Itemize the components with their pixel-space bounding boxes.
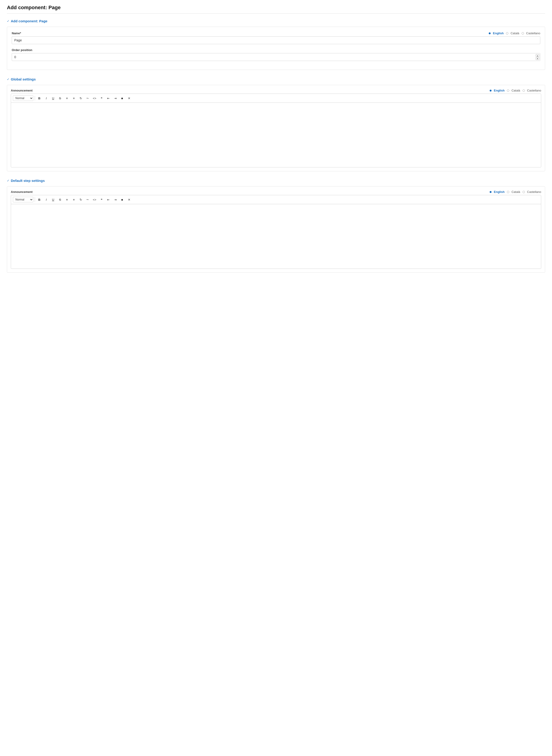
default-step-blockquote-button[interactable]: ❝ (99, 196, 105, 202)
order-position-spinners: ▲ ▼ (536, 54, 539, 60)
image-button[interactable]: ■ (119, 95, 125, 101)
default-step-announcement-editor: Normal Heading 1 Heading 2 Heading 3 B I… (11, 195, 541, 269)
spinner-down-button[interactable]: ▼ (536, 57, 539, 60)
unordered-list-button[interactable]: ≡ (71, 95, 77, 101)
chevron-down-icon: ✓ (7, 19, 9, 23)
default-step-content: Announcement English Català Castellano N… (7, 186, 545, 273)
name-input[interactable] (12, 36, 540, 44)
add-component-section: ✓ Add component: Page Name* English Cata… (7, 19, 545, 70)
lang-castellano-name[interactable]: Castellano (526, 31, 540, 35)
add-component-form: Name* English Català Castellano Order po… (7, 27, 545, 70)
name-field-header: Name* English Català Castellano (12, 31, 540, 35)
global-castellano-radio-icon (523, 90, 525, 92)
castellano-radio-icon (522, 32, 524, 34)
title-divider (7, 13, 545, 14)
global-settings-chevron-icon: ✓ (7, 78, 9, 81)
global-lang-english[interactable]: English (494, 89, 505, 92)
default-step-lang-castellano[interactable]: Castellano (527, 190, 541, 194)
global-settings-section-title[interactable]: Global settings (11, 77, 36, 81)
order-position-label: Order position (12, 48, 32, 52)
bold-button[interactable]: B (36, 95, 42, 101)
toolbar-divider-1 (35, 96, 35, 101)
global-announcement-lang-selector: English Català Castellano (490, 89, 541, 92)
global-lang-catala[interactable]: Català (512, 89, 520, 92)
order-position-input-wrapper: ▲ ▼ (12, 53, 540, 61)
default-step-announcement-lang-selector: English Català Castellano (490, 190, 541, 194)
global-announcement-toolbar: Normal Heading 1 Heading 2 Heading 3 B I… (11, 94, 541, 103)
add-component-section-title[interactable]: Add component: Page (11, 19, 47, 23)
code-button[interactable]: <> (92, 95, 98, 101)
indent-button[interactable]: ⇥ (112, 95, 118, 101)
default-step-lang-english[interactable]: English (494, 190, 505, 194)
order-position-input[interactable] (12, 53, 540, 61)
default-step-chevron-icon: ✓ (7, 179, 9, 182)
catala-radio-icon (506, 32, 508, 34)
english-dot-icon (489, 32, 491, 34)
default-step-announcement-label: Announcement (11, 190, 33, 194)
default-step-unlink-button[interactable]: ↼ (85, 196, 91, 202)
blockquote-button[interactable]: ❝ (99, 95, 105, 101)
default-step-format-select[interactable]: Normal Heading 1 Heading 2 Heading 3 (13, 197, 33, 202)
default-step-bold-button[interactable]: B (36, 196, 42, 202)
underline-button[interactable]: U (50, 95, 56, 101)
default-step-announcement-field-header: Announcement English Català Castellano (11, 190, 541, 194)
spinner-up-button[interactable]: ▲ (536, 54, 539, 57)
add-component-section-header[interactable]: ✓ Add component: Page (7, 19, 545, 23)
lang-english-name[interactable]: English (493, 31, 504, 35)
default-step-announcement-toolbar: Normal Heading 1 Heading 2 Heading 3 B I… (11, 195, 541, 204)
default-step-code-button[interactable]: <> (92, 196, 98, 202)
default-step-castellano-radio-icon (523, 191, 525, 193)
remove-format-button[interactable]: ✕ (126, 95, 132, 101)
default-step-image-button[interactable]: ■ (119, 196, 125, 202)
link-button[interactable]: ↻ (78, 95, 84, 101)
default-step-underline-button[interactable]: U (50, 196, 56, 202)
global-lang-castellano[interactable]: Castellano (527, 89, 541, 92)
ordered-list-button[interactable]: ≡ (64, 95, 70, 101)
default-step-announcement-editor-body[interactable] (11, 204, 541, 269)
default-step-unordered-list-button[interactable]: ≡ (71, 196, 77, 202)
global-settings-section: ✓ Global settings Announcement English C… (7, 77, 545, 171)
default-step-announcement-field-group: Announcement English Català Castellano N… (11, 190, 541, 269)
default-step-lang-catala[interactable]: Català (512, 190, 520, 194)
global-announcement-editor-body[interactable] (11, 103, 541, 167)
default-step-italic-button[interactable]: I (43, 196, 49, 202)
outdent-button[interactable]: ⇤ (105, 95, 111, 101)
default-step-ordered-list-button[interactable]: ≡ (64, 196, 70, 202)
default-step-section-header[interactable]: ✓ Default step settings (7, 179, 545, 182)
strikethrough-button[interactable]: S (57, 95, 63, 101)
default-step-remove-format-button[interactable]: ✕ (126, 196, 132, 202)
global-announcement-field-group: Announcement English Català Castellano N… (11, 89, 541, 167)
default-step-section: ✓ Default step settings Announcement Eng… (7, 179, 545, 273)
default-step-strikethrough-button[interactable]: S (57, 196, 63, 202)
unlink-button[interactable]: ↼ (85, 95, 91, 101)
global-settings-content: Announcement English Català Castellano N… (7, 85, 545, 171)
order-position-field-header: Order position (12, 48, 540, 52)
global-announcement-editor: Normal Heading 1 Heading 2 Heading 3 B I… (11, 94, 541, 167)
lang-catala-name[interactable]: Català (511, 31, 519, 35)
default-step-toolbar-divider-1 (35, 197, 35, 202)
italic-button[interactable]: I (43, 95, 49, 101)
global-announcement-label: Announcement (11, 89, 33, 92)
global-format-select[interactable]: Normal Heading 1 Heading 2 Heading 3 (13, 96, 33, 101)
page-title: Add component: Page (7, 5, 545, 11)
global-settings-section-header[interactable]: ✓ Global settings (7, 77, 545, 81)
default-step-link-button[interactable]: ↻ (78, 196, 84, 202)
default-step-outdent-button[interactable]: ⇤ (105, 196, 111, 202)
global-english-dot-icon (490, 90, 492, 92)
global-announcement-field-header: Announcement English Català Castellano (11, 89, 541, 92)
name-field-group: Name* English Català Castellano (12, 31, 540, 44)
default-step-indent-button[interactable]: ⇥ (112, 196, 118, 202)
default-step-catala-radio-icon (507, 191, 509, 193)
name-lang-selector: English Català Castellano (489, 31, 540, 35)
order-position-field-group: Order position ▲ ▼ (12, 48, 540, 61)
default-step-section-title[interactable]: Default step settings (11, 179, 45, 182)
name-label: Name* (12, 31, 21, 35)
default-step-english-dot-icon (490, 191, 492, 193)
global-catala-radio-icon (507, 90, 509, 92)
